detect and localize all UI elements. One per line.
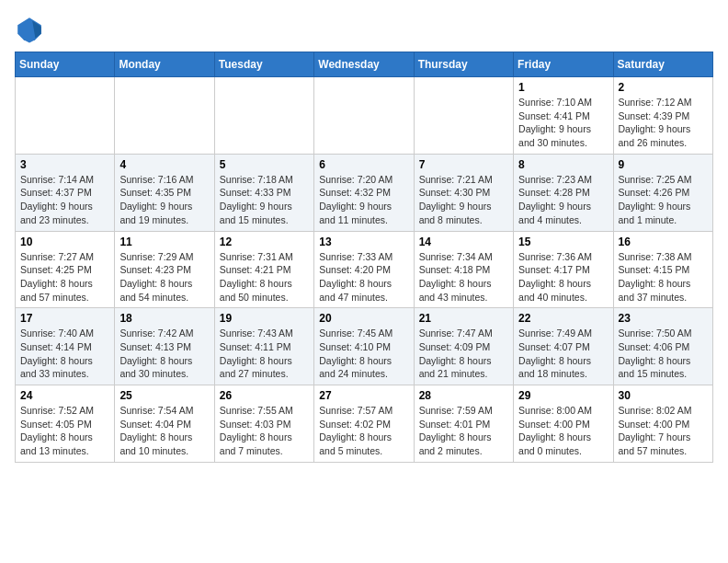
day-info: Sunrise: 7:14 AM Sunset: 4:37 PM Dayligh… — [20, 173, 109, 227]
header-day: Sunday — [16, 52, 115, 77]
calendar-cell: 13Sunrise: 7:33 AM Sunset: 4:20 PM Dayli… — [314, 231, 414, 308]
day-info: Sunrise: 7:45 AM Sunset: 4:10 PM Dayligh… — [319, 327, 408, 381]
calendar-cell — [115, 77, 214, 155]
calendar-cell: 23Sunrise: 7:50 AM Sunset: 4:06 PM Dayli… — [613, 308, 712, 385]
day-info: Sunrise: 7:36 AM Sunset: 4:17 PM Dayligh… — [518, 250, 608, 304]
day-number: 4 — [119, 158, 209, 171]
day-number: 21 — [419, 312, 508, 325]
calendar-cell: 11Sunrise: 7:29 AM Sunset: 4:23 PM Dayli… — [115, 231, 214, 308]
day-number: 15 — [518, 236, 608, 248]
logo — [15, 15, 48, 44]
day-info: Sunrise: 7:42 AM Sunset: 4:13 PM Dayligh… — [119, 327, 209, 381]
day-info: Sunrise: 8:00 AM Sunset: 4:00 PM Dayligh… — [518, 404, 608, 458]
day-number: 28 — [419, 389, 508, 402]
day-number: 11 — [119, 236, 209, 248]
calendar-cell: 14Sunrise: 7:34 AM Sunset: 4:18 PM Dayli… — [414, 231, 513, 308]
day-info: Sunrise: 7:12 AM Sunset: 4:39 PM Dayligh… — [619, 96, 708, 150]
calendar-cell: 1Sunrise: 7:10 AM Sunset: 4:41 PM Daylig… — [514, 77, 613, 155]
calendar-cell: 7Sunrise: 7:21 AM Sunset: 4:30 PM Daylig… — [414, 154, 513, 231]
header — [15, 15, 713, 44]
header-day: Thursday — [414, 52, 513, 77]
calendar-cell: 25Sunrise: 7:54 AM Sunset: 4:04 PM Dayli… — [115, 385, 214, 463]
day-info: Sunrise: 7:57 AM Sunset: 4:02 PM Dayligh… — [319, 404, 408, 458]
calendar-cell: 5Sunrise: 7:18 AM Sunset: 4:33 PM Daylig… — [214, 154, 313, 231]
calendar-cell: 26Sunrise: 7:55 AM Sunset: 4:03 PM Dayli… — [214, 385, 313, 463]
day-number: 13 — [319, 236, 408, 248]
day-info: Sunrise: 7:10 AM Sunset: 4:41 PM Dayligh… — [518, 96, 608, 150]
day-number: 1 — [518, 81, 608, 94]
day-number: 26 — [220, 389, 309, 402]
calendar-cell: 22Sunrise: 7:49 AM Sunset: 4:07 PM Dayli… — [514, 308, 613, 385]
day-info: Sunrise: 7:21 AM Sunset: 4:30 PM Dayligh… — [419, 173, 508, 227]
day-number: 7 — [419, 158, 508, 171]
day-info: Sunrise: 7:55 AM Sunset: 4:03 PM Dayligh… — [220, 404, 309, 458]
day-number: 5 — [220, 158, 309, 171]
day-info: Sunrise: 7:31 AM Sunset: 4:21 PM Dayligh… — [220, 250, 309, 304]
calendar-cell: 24Sunrise: 7:52 AM Sunset: 4:05 PM Dayli… — [16, 385, 115, 463]
calendar-cell: 10Sunrise: 7:27 AM Sunset: 4:25 PM Dayli… — [16, 231, 115, 308]
calendar-cell: 19Sunrise: 7:43 AM Sunset: 4:11 PM Dayli… — [214, 308, 313, 385]
day-number: 16 — [619, 236, 708, 248]
day-info: Sunrise: 7:25 AM Sunset: 4:26 PM Dayligh… — [619, 173, 708, 227]
calendar-cell: 21Sunrise: 7:47 AM Sunset: 4:09 PM Dayli… — [414, 308, 513, 385]
header-day: Saturday — [613, 52, 712, 77]
day-info: Sunrise: 7:33 AM Sunset: 4:20 PM Dayligh… — [319, 250, 408, 304]
calendar-cell: 28Sunrise: 7:59 AM Sunset: 4:01 PM Dayli… — [414, 385, 513, 463]
day-info: Sunrise: 7:40 AM Sunset: 4:14 PM Dayligh… — [20, 327, 109, 381]
day-info: Sunrise: 7:54 AM Sunset: 4:04 PM Dayligh… — [119, 404, 209, 458]
calendar-body: 1Sunrise: 7:10 AM Sunset: 4:41 PM Daylig… — [16, 77, 713, 463]
day-info: Sunrise: 7:34 AM Sunset: 4:18 PM Dayligh… — [419, 250, 508, 304]
calendar-cell: 8Sunrise: 7:23 AM Sunset: 4:28 PM Daylig… — [514, 154, 613, 231]
calendar-cell: 18Sunrise: 7:42 AM Sunset: 4:13 PM Dayli… — [115, 308, 214, 385]
day-number: 14 — [419, 236, 508, 248]
day-number: 19 — [220, 312, 309, 325]
day-info: Sunrise: 7:52 AM Sunset: 4:05 PM Dayligh… — [20, 404, 109, 458]
calendar-cell — [414, 77, 513, 155]
day-info: Sunrise: 7:27 AM Sunset: 4:25 PM Dayligh… — [20, 250, 109, 304]
day-info: Sunrise: 7:20 AM Sunset: 4:32 PM Dayligh… — [319, 173, 408, 227]
calendar-cell — [16, 77, 115, 155]
day-number: 24 — [20, 389, 109, 402]
day-info: Sunrise: 7:16 AM Sunset: 4:35 PM Dayligh… — [119, 173, 209, 227]
day-number: 9 — [619, 158, 708, 171]
header-day: Monday — [115, 52, 214, 77]
calendar-table: SundayMondayTuesdayWednesdayThursdayFrid… — [15, 52, 713, 463]
calendar-week: 10Sunrise: 7:27 AM Sunset: 4:25 PM Dayli… — [16, 231, 713, 308]
calendar-cell — [314, 77, 414, 155]
day-number: 18 — [119, 312, 209, 325]
calendar-cell: 12Sunrise: 7:31 AM Sunset: 4:21 PM Dayli… — [214, 231, 313, 308]
day-number: 10 — [20, 236, 109, 248]
day-number: 6 — [319, 158, 408, 171]
day-info: Sunrise: 7:49 AM Sunset: 4:07 PM Dayligh… — [518, 327, 608, 381]
calendar-cell: 29Sunrise: 8:00 AM Sunset: 4:00 PM Dayli… — [514, 385, 613, 463]
header-day: Tuesday — [214, 52, 313, 77]
day-number: 12 — [220, 236, 309, 248]
day-number: 20 — [319, 312, 408, 325]
day-info: Sunrise: 7:47 AM Sunset: 4:09 PM Dayligh… — [419, 327, 508, 381]
day-number: 29 — [518, 389, 608, 402]
calendar-week: 1Sunrise: 7:10 AM Sunset: 4:41 PM Daylig… — [16, 77, 713, 155]
calendar-cell: 15Sunrise: 7:36 AM Sunset: 4:17 PM Dayli… — [514, 231, 613, 308]
calendar-week: 17Sunrise: 7:40 AM Sunset: 4:14 PM Dayli… — [16, 308, 713, 385]
calendar-cell: 27Sunrise: 7:57 AM Sunset: 4:02 PM Dayli… — [314, 385, 414, 463]
day-info: Sunrise: 7:43 AM Sunset: 4:11 PM Dayligh… — [220, 327, 309, 381]
calendar-cell: 2Sunrise: 7:12 AM Sunset: 4:39 PM Daylig… — [613, 77, 712, 155]
day-number: 2 — [619, 81, 708, 94]
day-number: 8 — [518, 158, 608, 171]
header-day: Friday — [514, 52, 613, 77]
day-info: Sunrise: 7:50 AM Sunset: 4:06 PM Dayligh… — [619, 327, 708, 381]
day-info: Sunrise: 7:29 AM Sunset: 4:23 PM Dayligh… — [119, 250, 209, 304]
day-number: 3 — [20, 158, 109, 171]
calendar-cell: 16Sunrise: 7:38 AM Sunset: 4:15 PM Dayli… — [613, 231, 712, 308]
calendar-header: SundayMondayTuesdayWednesdayThursdayFrid… — [16, 52, 713, 77]
calendar-week: 24Sunrise: 7:52 AM Sunset: 4:05 PM Dayli… — [16, 385, 713, 463]
calendar-cell: 6Sunrise: 7:20 AM Sunset: 4:32 PM Daylig… — [314, 154, 414, 231]
calendar-cell: 17Sunrise: 7:40 AM Sunset: 4:14 PM Dayli… — [16, 308, 115, 385]
day-number: 25 — [119, 389, 209, 402]
logo-icon — [15, 15, 44, 44]
day-number: 17 — [20, 312, 109, 325]
day-number: 30 — [619, 389, 708, 402]
calendar-week: 3Sunrise: 7:14 AM Sunset: 4:37 PM Daylig… — [16, 154, 713, 231]
calendar-cell: 4Sunrise: 7:16 AM Sunset: 4:35 PM Daylig… — [115, 154, 214, 231]
calendar-cell — [214, 77, 313, 155]
